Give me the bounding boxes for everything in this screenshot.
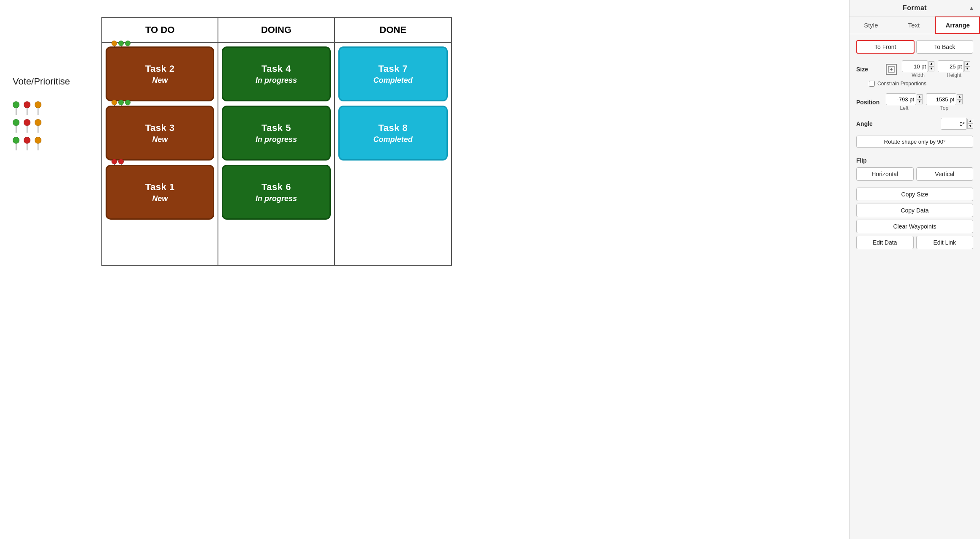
angle-label: Angle	[856, 120, 882, 127]
section-angle: Angle ▲ ▼ Rotate shape only by 90°	[856, 118, 973, 150]
width-input[interactable]	[902, 60, 928, 72]
top-down-arrow[interactable]: ▼	[957, 99, 963, 104]
task4-title: Task 4	[261, 63, 291, 74]
section-copy: Copy Size Copy Data Clear Waypoints Edit…	[856, 188, 973, 249]
width-down-arrow[interactable]: ▼	[928, 66, 934, 71]
pin-red-2	[24, 119, 30, 133]
position-row: Position ▲ ▼ Left	[856, 93, 973, 111]
top-control: ▲ ▼ Top	[926, 93, 963, 111]
task2-wrapper: Task 2 New	[106, 46, 214, 101]
left-up-arrow[interactable]: ▲	[917, 94, 923, 99]
task-card-3[interactable]: Task 3 New	[106, 106, 214, 161]
task1-subtitle: New	[152, 194, 168, 203]
task-card-8[interactable]: Task 8 Completed	[338, 106, 448, 161]
tab-style[interactable]: Style	[849, 16, 893, 34]
pin-row-1	[13, 101, 41, 115]
task-card-7[interactable]: Task 7 Completed	[338, 46, 448, 101]
edit-link-button[interactable]: Edit Link	[916, 236, 974, 249]
left-input[interactable]	[886, 93, 916, 105]
left-label: Left	[900, 105, 908, 111]
height-input[interactable]	[938, 60, 964, 72]
edit-data-button[interactable]: Edit Data	[856, 236, 914, 249]
task5-title: Task 5	[261, 122, 291, 133]
pin-green-2	[13, 119, 19, 133]
section-size: Size ▲ ▼ Width	[856, 60, 973, 87]
section-flip: Flip Horizontal Vertical	[856, 157, 973, 181]
height-up-arrow[interactable]: ▲	[964, 61, 970, 66]
height-down-arrow[interactable]: ▼	[964, 66, 970, 71]
format-panel-title: Format	[903, 4, 927, 12]
flip-vertical-button[interactable]: Vertical	[916, 167, 974, 181]
pin-red-3	[24, 137, 30, 150]
task4-subtitle: In progress	[256, 76, 297, 85]
col-doing: Task 4 In progress Task 5 In progress Ta…	[218, 43, 335, 265]
pin-row-2	[13, 119, 41, 133]
tab-text[interactable]: Text	[893, 16, 936, 34]
top-input[interactable]	[926, 93, 956, 105]
canvas-area: Vote/Prioritise	[0, 0, 849, 539]
pin-orange-2	[35, 119, 41, 133]
task6-title: Task 6	[261, 182, 291, 193]
task1-title: Task 1	[145, 182, 175, 193]
left-spinners: ▲ ▼	[917, 94, 923, 104]
task6-subtitle: In progress	[256, 194, 297, 203]
top-spinners: ▲ ▼	[957, 94, 963, 104]
top-up-arrow[interactable]: ▲	[957, 94, 963, 99]
task-card-1[interactable]: Task 1 New	[106, 165, 214, 220]
pin-red-1	[24, 101, 30, 115]
task7-title: Task 7	[378, 63, 408, 74]
height-spinners: ▲ ▼	[964, 61, 970, 71]
col-header-todo: TO DO	[102, 18, 218, 42]
kanban-header: TO DO DOING DONE	[102, 18, 451, 43]
front-back-group: To Front To Back	[856, 40, 973, 54]
col-done: Task 7 Completed Task 8 Completed	[335, 43, 451, 265]
pin-orange-1	[35, 101, 41, 115]
width-spinners: ▲ ▼	[928, 61, 934, 71]
constrain-label: Constrain Proportions	[877, 81, 926, 87]
task-card-2[interactable]: Task 2 New	[106, 46, 214, 101]
position-label: Position	[856, 99, 882, 106]
task3-title: Task 3	[145, 122, 175, 133]
task5-subtitle: In progress	[256, 135, 297, 144]
to-front-button[interactable]: To Front	[856, 40, 915, 54]
task2-subtitle: New	[152, 76, 168, 85]
format-panel-header: Format ▲	[849, 0, 980, 16]
kanban-board: TO DO DOING DONE Task 2 New	[101, 17, 452, 266]
copy-data-button[interactable]: Copy Data	[856, 204, 973, 217]
pin-row-3	[13, 137, 41, 150]
clear-waypoints-button[interactable]: Clear Waypoints	[856, 220, 973, 233]
task1-wrapper: Task 1 New	[106, 165, 214, 220]
size-row: Size ▲ ▼ Width	[856, 60, 973, 78]
angle-input[interactable]	[941, 118, 967, 130]
task2-title: Task 2	[145, 63, 175, 74]
flip-horizontal-button[interactable]: Horizontal	[856, 167, 914, 181]
section-front-back: To Front To Back	[856, 40, 973, 54]
pin-green-1	[13, 101, 19, 115]
collapse-icon[interactable]: ▲	[969, 5, 974, 11]
angle-down-arrow[interactable]: ▼	[967, 124, 973, 129]
tab-arrange[interactable]: Arrange	[935, 16, 980, 34]
panel-content: To Front To Back Size ▲ ▼	[849, 34, 980, 539]
angle-spinners: ▲ ▼	[967, 119, 973, 129]
task-card-6[interactable]: Task 6 In progress	[222, 165, 330, 220]
section-position: Position ▲ ▼ Left	[856, 93, 973, 111]
edit-buttons: Edit Data Edit Link	[856, 236, 973, 249]
rotate-shape-button[interactable]: Rotate shape only by 90°	[856, 136, 973, 148]
height-control: ▲ ▼ Height	[938, 60, 970, 78]
constrain-checkbox[interactable]	[869, 81, 875, 87]
task3-subtitle: New	[152, 135, 168, 144]
width-up-arrow[interactable]: ▲	[928, 61, 934, 66]
task-card-4[interactable]: Task 4 In progress	[222, 46, 330, 101]
angle-up-arrow[interactable]: ▲	[967, 119, 973, 124]
panel-tabs: Style Text Arrange	[849, 16, 980, 34]
left-down-arrow[interactable]: ▼	[917, 99, 923, 104]
left-control: ▲ ▼ Left	[886, 93, 923, 111]
pin-green-3	[13, 137, 19, 150]
width-control: ▲ ▼ Width	[902, 60, 934, 78]
size-icon	[886, 64, 897, 75]
task-card-5[interactable]: Task 5 In progress	[222, 106, 330, 161]
copy-size-button[interactable]: Copy Size	[856, 188, 973, 201]
task8-subtitle: Completed	[373, 135, 413, 144]
to-back-button[interactable]: To Back	[916, 40, 974, 54]
col-header-done: DONE	[335, 18, 451, 42]
